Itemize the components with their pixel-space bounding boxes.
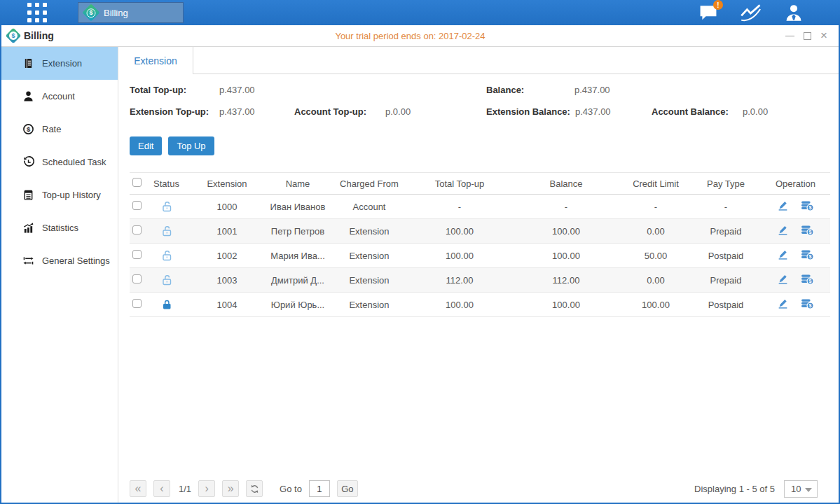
svg-text:$: $ xyxy=(809,303,812,309)
tab-strip: Extension xyxy=(118,47,839,74)
goto-page-input[interactable] xyxy=(309,480,330,497)
maximize-button[interactable] xyxy=(804,31,811,41)
operation-cell: $ xyxy=(761,219,830,244)
operation-cell: $ xyxy=(761,244,830,268)
edit-icon xyxy=(777,298,789,309)
extension-topup-value: p.437.00 xyxy=(219,106,255,117)
table-row: 1002Мария Ива...Extension100.00100.0050.… xyxy=(130,244,830,268)
tab-extension[interactable]: Extension xyxy=(118,47,193,74)
edit-button[interactable]: Edit xyxy=(130,136,162,155)
extensions-table: Status Extension Name Charged From Total… xyxy=(130,172,830,317)
row-checkbox[interactable] xyxy=(132,250,142,259)
go-button[interactable]: Go xyxy=(337,480,358,497)
last-page-button[interactable]: » xyxy=(222,480,239,497)
taskbar-billing-tab[interactable]: $ Billing xyxy=(78,2,184,23)
pay-type-cell: Postpaid xyxy=(691,244,761,268)
table-row: 1003Дмитрий Д...Extension112.00112.000.0… xyxy=(130,268,830,293)
sidebar-item-label: Top-up History xyxy=(42,190,101,200)
first-page-button[interactable]: « xyxy=(130,480,146,497)
app-window-frame: $ Billing Your trial period ends on: 201… xyxy=(0,25,840,504)
edit-row-button[interactable] xyxy=(777,273,789,285)
top-up-row-button[interactable]: $ xyxy=(801,273,814,285)
total-topup-cell: 100.00 xyxy=(408,293,511,317)
user-account-icon[interactable] xyxy=(783,4,804,22)
minimize-button[interactable] xyxy=(785,31,794,41)
refresh-icon xyxy=(249,484,260,494)
total-topup-label: Total Top-up: xyxy=(130,85,186,95)
top-up-button[interactable]: Top Up xyxy=(168,136,214,155)
dollar-circle-icon: $ xyxy=(22,123,34,135)
top-up-row-button[interactable]: $ xyxy=(801,224,814,236)
sidebar-item-scheduled-task[interactable]: Scheduled Task xyxy=(1,146,118,178)
name-cell: Мария Ива... xyxy=(265,244,331,268)
edit-row-button[interactable] xyxy=(777,298,789,309)
extension-cell: 1000 xyxy=(189,195,265,219)
name-cell: Юрий Юрь... xyxy=(265,293,331,317)
app-grid-icon[interactable] xyxy=(27,3,47,22)
extension-cell: 1004 xyxy=(189,293,265,317)
select-all-checkbox[interactable] xyxy=(132,178,142,187)
clock-history-icon xyxy=(22,156,34,168)
account-topup-label: Account Top-up: xyxy=(294,106,366,117)
unlocked-icon xyxy=(160,225,173,237)
close-button[interactable]: × xyxy=(820,31,827,41)
balance-cell: 112.00 xyxy=(511,268,621,293)
svg-text:$: $ xyxy=(809,230,812,235)
sidebar-item-extension[interactable]: Extension xyxy=(1,47,118,80)
credit-limit-cell: 50.00 xyxy=(621,244,691,268)
svg-text:$: $ xyxy=(27,125,31,133)
sidebar-item-general-settings[interactable]: General Settings xyxy=(1,244,118,277)
sidebar-item-account[interactable]: Account xyxy=(1,80,118,113)
sidebar-item-label: Rate xyxy=(42,124,61,134)
main-content: Extension Total Top-up: p.437.00 Balance… xyxy=(118,47,839,503)
sidebar-item-rate[interactable]: $ Rate xyxy=(1,113,118,146)
credit-limit-cell: 100.00 xyxy=(621,293,691,317)
notification-badge: ! xyxy=(713,0,723,10)
unlocked-icon xyxy=(160,200,173,213)
edit-row-button[interactable] xyxy=(777,224,789,236)
sidebar-item-statistics[interactable]: Statistics xyxy=(1,211,118,244)
col-credit-limit: Credit Limit xyxy=(621,173,691,195)
row-checkbox[interactable] xyxy=(132,225,142,234)
row-checkbox[interactable] xyxy=(132,299,142,308)
refresh-button[interactable] xyxy=(246,480,263,497)
top-up-row-button[interactable]: $ xyxy=(801,248,814,260)
page-size-select[interactable]: 10 xyxy=(784,480,818,498)
top-up-row-button[interactable]: $ xyxy=(801,298,814,309)
col-operation: Operation xyxy=(761,173,830,195)
billing-title-icon: $ xyxy=(6,28,22,44)
charged-from-cell: Account xyxy=(331,195,408,219)
extension-cell: 1002 xyxy=(189,244,265,268)
next-page-button[interactable]: › xyxy=(198,480,215,497)
extension-cell: 1003 xyxy=(189,268,265,293)
resource-monitor-icon[interactable] xyxy=(741,4,762,22)
status-cell xyxy=(144,244,189,268)
col-extension: Extension xyxy=(189,173,265,195)
row-checkbox[interactable] xyxy=(132,201,142,210)
table-row: 1000Иван ИвановAccount----$ xyxy=(130,195,830,219)
edit-row-button[interactable] xyxy=(777,248,789,260)
edit-row-button[interactable] xyxy=(777,200,789,211)
extension-ledger-icon xyxy=(22,57,34,69)
top-up-icon: $ xyxy=(801,200,814,211)
summary-panel: Total Top-up: p.437.00 Balance: p.437.00… xyxy=(118,79,839,128)
top-up-row-button[interactable]: $ xyxy=(801,200,814,211)
operation-cell: $ xyxy=(761,268,830,293)
total-topup-value: p.437.00 xyxy=(219,85,255,95)
col-name: Name xyxy=(265,173,331,195)
credit-limit-cell: 0.00 xyxy=(621,219,691,244)
svg-text:$: $ xyxy=(809,205,812,211)
prev-page-button[interactable]: ‹ xyxy=(153,480,170,497)
col-total-topup: Total Top-up xyxy=(408,173,511,195)
row-checkbox[interactable] xyxy=(132,274,142,284)
status-cell xyxy=(144,219,189,244)
sidebar-item-topup-history[interactable]: Top-up History xyxy=(1,178,118,211)
edit-icon xyxy=(777,248,789,260)
pay-type-cell: - xyxy=(691,195,761,219)
chevron-down-icon xyxy=(805,488,812,492)
credit-limit-cell: - xyxy=(621,195,691,219)
balance-label: Balance: xyxy=(486,85,524,95)
locked-icon xyxy=(160,298,173,311)
notifications-icon[interactable]: ! xyxy=(698,4,719,22)
sidebar-item-label: Statistics xyxy=(42,223,78,233)
